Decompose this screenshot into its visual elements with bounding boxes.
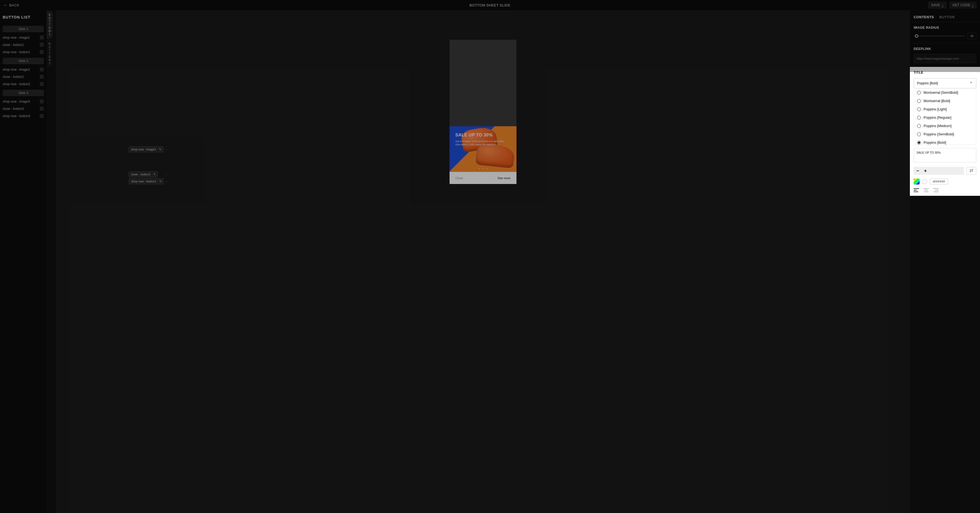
checkbox[interactable] [40,67,44,71]
title-section: TITLE Poppins [Bold] Montserrat [SemiBol… [910,67,980,196]
font-select-value: Poppins [Bold] [917,81,938,85]
chevron-up-icon [969,81,973,86]
checkbox[interactable] [40,75,44,79]
slide-header-2[interactable]: Slide 2 [3,58,44,64]
device-preview: SALE UP TO 30% Get a designer brand prod… [449,40,516,184]
image-radius-label: IMAGE RADIUS [914,26,976,30]
color-picker-icon[interactable] [914,179,920,184]
font-option[interactable]: Poppins [Regular] [914,113,976,122]
tab-button2[interactable]: BUTTON2 [46,40,52,68]
checkbox[interactable] [40,35,44,40]
slider-knob[interactable] [915,34,918,38]
top-bar: BACK BOTTOM SHEET SLIDE SAVE GET CODE [0,0,980,10]
font-option[interactable]: Poppins [Medium] [914,122,976,130]
image-radius-section: IMAGE RADIUS [910,22,980,43]
sidebar-heading: BUTTON LIST [3,15,44,19]
annotation-tag[interactable]: shop now - image1 [129,146,163,152]
title-text-input[interactable] [914,148,976,162]
preview-title: SALE UP TO 30% [455,133,511,138]
right-panel: CONTENTS BUTTON IMAGE RADIUS DEEPLINK TI… [910,10,980,513]
font-select[interactable]: Poppins [Bold] [914,78,976,88]
checkbox[interactable] [40,106,44,111]
connector-line [165,174,169,175]
pencil-icon[interactable] [159,148,161,151]
list-item[interactable]: close - button1 [3,41,44,48]
list-item[interactable]: shop now - button2 [3,80,44,87]
checkbox[interactable] [40,82,44,86]
deeplink-input[interactable] [914,54,976,63]
tab-button1[interactable]: BUTTON1 [46,11,52,39]
radio-icon [917,108,921,111]
color-hex-value[interactable]: #FFFFFF [930,179,948,184]
list-item[interactable]: shop now - image2 [3,66,44,73]
font-option[interactable]: Poppins [SemiBold] [914,130,976,138]
checkbox[interactable] [40,99,44,103]
list-item[interactable]: close - button3 [3,105,44,112]
pager-dots [449,168,516,169]
list-item[interactable]: shop now - button3 [3,112,44,119]
checkbox[interactable] [40,114,44,118]
font-option[interactable]: Montserrat [SemiBold] [914,88,976,97]
checkbox[interactable] [40,43,44,47]
right-tabs: CONTENTS BUTTON [910,10,980,22]
align-center-icon[interactable] [923,188,929,192]
list-item[interactable]: close - button2 [3,73,44,80]
radio-icon [917,116,921,119]
bottom-sheet-bar: Close See more [449,172,516,184]
font-options-list: Montserrat [SemiBold] Montserrat [Bold] … [914,88,976,145]
close-button[interactable]: Close [455,176,463,180]
font-size-input[interactable] [967,167,976,175]
image-radius-slider[interactable] [914,36,965,36]
size-stepper: − + [914,167,964,175]
bottom-sheet-image[interactable]: SALE UP TO 30% Get a designer brand prod… [449,126,516,172]
pencil-icon[interactable] [159,180,162,183]
list-item[interactable]: shop now - image1 [3,34,44,41]
radio-icon [917,124,921,128]
align-left-icon[interactable] [914,188,919,192]
dot-icon [482,168,484,169]
slide-header-3[interactable]: Slide 3 [3,90,44,96]
left-sidebar: BUTTON LIST Slide 1 shop now - image1 cl… [0,10,46,513]
shoe-graphic [475,143,515,168]
dot-icon [479,168,480,169]
vertical-tabs: BUTTON1 BUTTON2 [46,11,52,68]
deeplink-label: DEEPLINK [914,47,976,51]
decrease-button[interactable]: − [916,168,919,173]
radio-icon [917,99,921,103]
color-swatch[interactable] [922,179,927,184]
preview-subtitle: Get a designer brand products at a sale … [455,140,511,146]
slide-header-1[interactable]: Slide 1 [3,26,44,32]
checkbox[interactable] [40,50,44,54]
annotation-tag[interactable]: shop now - button1 [129,178,164,184]
pencil-icon[interactable] [153,173,156,176]
annotation-tag[interactable]: close - button1 [129,172,158,177]
list-item[interactable]: shop now - button1 [3,48,44,56]
radio-icon [917,91,921,95]
tab-button[interactable]: BUTTON [939,15,955,19]
font-option[interactable]: Poppins [Bold] [914,138,976,145]
image-radius-value[interactable] [968,33,976,39]
align-right-icon[interactable] [933,188,939,192]
increase-button[interactable]: + [924,168,927,173]
radio-icon [917,141,921,145]
tab-contents[interactable]: CONTENTS [914,15,934,19]
font-option[interactable]: Montserrat [Bold] [914,97,976,105]
see-more-button[interactable]: See more [498,176,511,180]
dot-icon [486,168,487,169]
radio-icon [917,132,921,136]
page-title: BOTTOM SHEET SLIDE [0,3,980,7]
title-label: TITLE [914,71,976,75]
font-option[interactable]: Poppins [Light] [914,105,976,113]
deeplink-section: DEEPLINK [910,43,980,67]
list-item[interactable]: shop now - image3 [3,98,44,105]
canvas[interactable]: SALE UP TO 30% Get a designer brand prod… [56,10,910,513]
